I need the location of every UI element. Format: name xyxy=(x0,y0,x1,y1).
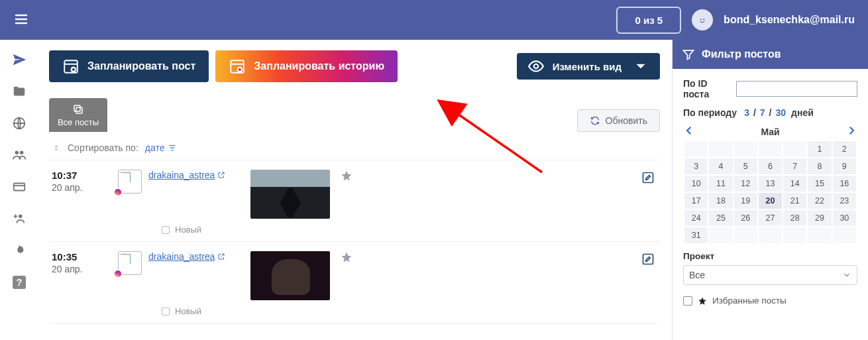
svg-rect-26 xyxy=(643,255,653,264)
period-option-7[interactable]: 7 xyxy=(760,107,765,118)
svg-rect-25 xyxy=(643,173,653,183)
cal-day[interactable]: 3 xyxy=(684,158,708,174)
calendar[interactable]: 1234567891011121314151617181920212223242… xyxy=(683,140,857,245)
post-status-label: Новый xyxy=(175,225,201,235)
chevron-left-icon xyxy=(683,125,695,137)
nav-help-icon[interactable]: ? xyxy=(11,274,27,290)
post-row: 10:35 20 апр. drakaina_astrea Новый xyxy=(49,242,660,323)
cal-day[interactable]: 10 xyxy=(684,176,708,192)
plan-post-button[interactable]: Запланировать пост xyxy=(49,50,209,82)
cal-day[interactable]: 30 xyxy=(833,210,856,226)
tab-all-posts[interactable]: Все посты xyxy=(49,98,107,132)
filter-sidebar: Фильтр постов По ID поста По периоду 3 /… xyxy=(672,40,868,340)
period-option-3[interactable]: 3 xyxy=(744,107,749,118)
cal-day[interactable]: 6 xyxy=(759,158,782,174)
nav-trending-icon[interactable] xyxy=(11,243,27,258)
account-link[interactable]: drakaina_astrea xyxy=(148,170,225,180)
favorites-checkbox[interactable] xyxy=(683,296,692,306)
side-iconbar: ? xyxy=(0,40,38,340)
cal-empty-cell xyxy=(783,227,806,243)
post-date: 20 апр. xyxy=(52,264,118,274)
nav-add-people-icon[interactable] xyxy=(11,211,27,227)
cal-empty-cell xyxy=(833,227,856,243)
post-media-thumbnail[interactable] xyxy=(250,251,330,300)
cal-empty-cell xyxy=(759,227,782,243)
cal-day[interactable]: 29 xyxy=(808,210,831,226)
person-add-icon xyxy=(12,211,27,226)
cal-day[interactable]: 17 xyxy=(684,193,708,209)
star-icon xyxy=(341,170,353,182)
cal-empty-cell xyxy=(709,227,732,243)
cal-day[interactable]: 9 xyxy=(833,158,856,174)
nav-globe-icon[interactable] xyxy=(11,115,27,131)
cal-day[interactable]: 20 xyxy=(759,193,782,209)
edit-icon xyxy=(641,253,655,266)
calendar-plus-icon xyxy=(229,58,246,75)
plan-story-label: Запланировать историю xyxy=(254,60,384,72)
cal-day[interactable]: 8 xyxy=(808,158,831,174)
favorite-star[interactable] xyxy=(341,251,353,265)
favorites-row[interactable]: Избранные посты xyxy=(683,296,857,306)
filter-title: Фильтр постов xyxy=(702,48,781,60)
star-icon xyxy=(698,296,707,306)
cal-day[interactable]: 21 xyxy=(783,193,806,209)
cal-day[interactable]: 5 xyxy=(734,158,757,174)
cal-day[interactable]: 25 xyxy=(709,210,732,226)
instagram-badge-icon xyxy=(113,188,123,197)
cal-day[interactable]: 16 xyxy=(833,176,856,192)
cal-day[interactable]: 4 xyxy=(709,158,732,174)
cal-day[interactable]: 2 xyxy=(833,141,856,157)
folder-icon xyxy=(12,84,27,99)
by-id-label: По ID поста xyxy=(683,78,731,99)
cal-day[interactable]: 18 xyxy=(709,193,732,209)
cal-day[interactable]: 23 xyxy=(833,193,856,209)
nav-posts-icon[interactable] xyxy=(11,52,27,68)
cal-day[interactable]: 22 xyxy=(808,193,831,209)
project-select[interactable]: Все xyxy=(683,265,857,285)
cal-day[interactable]: 19 xyxy=(734,193,757,209)
usage-counter-pill[interactable]: 0 из 5 xyxy=(616,7,681,34)
cal-next[interactable] xyxy=(845,125,857,139)
favorites-label: Избранные посты xyxy=(712,296,787,306)
change-view-button[interactable]: Изменить вид xyxy=(517,53,660,80)
post-row: 10:37 20 апр. drakaina_astrea Новый xyxy=(49,160,660,242)
account-link[interactable]: drakaina_astrea xyxy=(148,251,225,262)
svg-point-3 xyxy=(697,15,708,26)
flame-icon xyxy=(12,243,27,258)
edit-post-button[interactable] xyxy=(641,171,655,186)
cal-day[interactable]: 27 xyxy=(759,210,782,226)
cal-day[interactable]: 7 xyxy=(783,158,806,174)
avatar-face-icon xyxy=(696,14,708,26)
cal-prev[interactable] xyxy=(683,125,695,139)
cal-day[interactable]: 14 xyxy=(783,176,806,192)
post-media-thumbnail[interactable] xyxy=(250,170,330,219)
hamburger-menu-button[interactable] xyxy=(13,11,29,29)
external-link-icon xyxy=(217,253,225,260)
cal-day[interactable]: 26 xyxy=(734,210,757,226)
svg-rect-9 xyxy=(14,184,25,191)
avatar[interactable] xyxy=(692,9,713,30)
nav-folder-icon[interactable] xyxy=(11,84,27,99)
cal-day[interactable]: 13 xyxy=(759,176,782,192)
sort-selector[interactable]: дате xyxy=(145,142,177,153)
by-id-input[interactable] xyxy=(736,81,857,97)
period-option-30[interactable]: 30 xyxy=(776,107,787,118)
cal-day[interactable]: 11 xyxy=(709,176,732,192)
username-label: bond_ksenechka@mail.ru xyxy=(724,14,855,26)
account-avatar[interactable] xyxy=(118,251,142,275)
nav-people-icon[interactable] xyxy=(11,147,27,163)
cal-day[interactable]: 12 xyxy=(734,176,757,192)
cal-day[interactable]: 28 xyxy=(783,210,806,226)
account-avatar[interactable] xyxy=(118,170,142,194)
cal-day[interactable]: 31 xyxy=(684,227,708,243)
edit-post-button[interactable] xyxy=(641,253,655,268)
plan-story-button[interactable]: Запланировать историю xyxy=(215,50,398,82)
nav-card-icon[interactable] xyxy=(11,179,27,195)
cal-day[interactable]: 1 xyxy=(808,141,831,157)
svg-rect-21 xyxy=(74,105,80,111)
cal-day[interactable]: 24 xyxy=(684,210,708,226)
cal-day[interactable]: 15 xyxy=(808,176,831,192)
refresh-button[interactable]: Обновить xyxy=(577,109,660,132)
star-icon xyxy=(341,251,353,263)
favorite-star[interactable] xyxy=(341,170,353,184)
